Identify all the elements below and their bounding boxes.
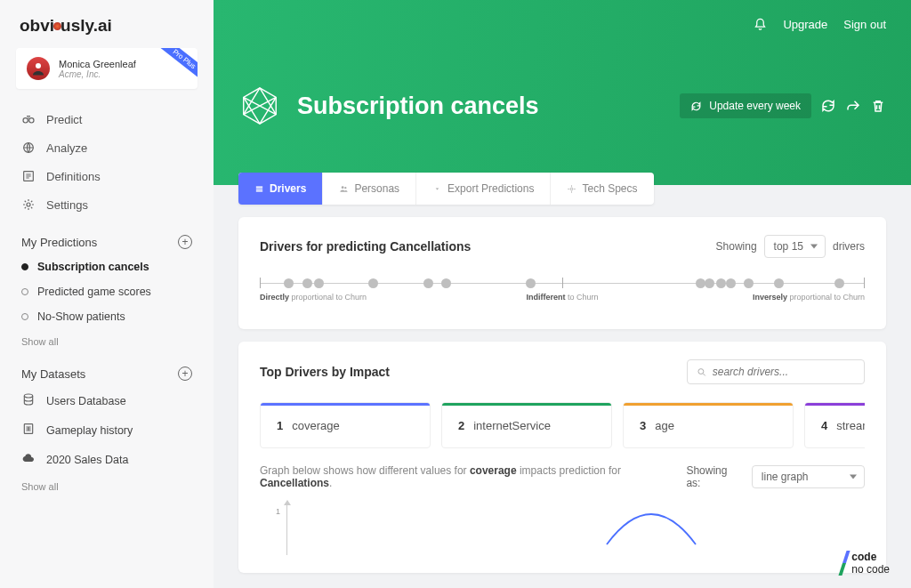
nav-label: Predict: [46, 113, 82, 126]
trash-icon[interactable]: [870, 98, 886, 114]
show-all-predictions[interactable]: Show all: [0, 329, 214, 354]
svg-point-2: [29, 118, 34, 123]
hexagon-icon: [238, 85, 281, 127]
driver-card[interactable]: 4stream: [804, 402, 865, 448]
pred-label: No-Show patients: [37, 310, 125, 323]
refresh-icon[interactable]: [820, 98, 836, 114]
driver-dot[interactable]: [726, 278, 736, 288]
driver-dot[interactable]: [744, 278, 754, 288]
ds-label: Users Database: [46, 395, 126, 407]
page-title: Subscription cancels: [297, 93, 539, 120]
pred-label: Subscription cancels: [37, 261, 149, 273]
page-header: Upgrade Sign out Subscription cancels Up…: [214, 0, 911, 185]
tab-drivers[interactable]: Drivers: [238, 173, 323, 205]
driver-dot[interactable]: [705, 278, 714, 288]
svg-point-12: [698, 368, 704, 374]
driver-dot[interactable]: [368, 278, 378, 288]
driver-card[interactable]: 3age: [623, 402, 794, 448]
graph-type-select[interactable]: line graph: [752, 465, 865, 488]
top-drivers-card: Top Drivers by Impact 1coverage2internet…: [238, 342, 886, 573]
driver-dot[interactable]: [774, 278, 784, 288]
tab-techspecs[interactable]: Tech Specs: [551, 173, 653, 205]
nav-label: Analyze: [46, 141, 87, 155]
driver-dot[interactable]: [284, 278, 294, 288]
bullet-icon: [21, 313, 28, 320]
driver-card[interactable]: 1coverage: [260, 402, 431, 448]
driver-dot[interactable]: [716, 278, 726, 288]
user-name: Monica Greenleaf: [59, 59, 136, 69]
driver-dot[interactable]: [302, 278, 312, 288]
search-icon: [697, 366, 707, 378]
driver-dot[interactable]: [834, 278, 844, 288]
people-icon: [339, 184, 349, 194]
nav-predict[interactable]: Predict: [0, 105, 214, 133]
dataset-gameplay[interactable]: Gameplay history: [0, 415, 214, 445]
top-drivers-row: 1coverage2internetService3age4stream: [260, 402, 865, 448]
predictions-header: My Predictions +: [0, 222, 214, 254]
plan-badge: Pro Plus: [150, 48, 198, 87]
nav-definitions[interactable]: Definitions: [0, 162, 214, 190]
driver-card[interactable]: 2internetService: [441, 402, 612, 448]
footer-logo: code no code: [842, 551, 890, 576]
dataset-users[interactable]: Users Database: [0, 386, 214, 415]
ds-label: Gameplay history: [46, 424, 133, 437]
add-dataset-button[interactable]: +: [178, 366, 192, 381]
svg-point-5: [27, 203, 30, 206]
brand-logo: obviusly.ai: [0, 16, 214, 48]
ds-label: 2020 Sales Data: [46, 454, 128, 466]
graph-type-control: Showing as: line graph: [686, 464, 865, 489]
svg-point-9: [342, 186, 344, 189]
nav-label: Definitions: [46, 170, 101, 183]
spreadsheet-icon: [21, 422, 36, 439]
refresh-icon: [690, 101, 702, 112]
upgrade-link[interactable]: Upgrade: [783, 18, 827, 31]
driver-dot[interactable]: [441, 278, 451, 288]
add-prediction-button[interactable]: +: [178, 235, 192, 249]
svg-point-11: [571, 188, 574, 190]
share-icon[interactable]: [845, 98, 861, 114]
nav-settings[interactable]: Settings: [0, 190, 214, 219]
sliders-icon: [254, 184, 264, 194]
list-icon: [21, 169, 36, 183]
sidebar: obviusly.ai Monica Greenleaf Acme, Inc. …: [0, 0, 214, 588]
top-n-select[interactable]: top 15: [764, 235, 826, 258]
pred-label: Predicted game scores: [37, 286, 151, 298]
driver-dot[interactable]: [423, 278, 433, 288]
svg-point-1: [23, 118, 28, 123]
user-card[interactable]: Monica Greenleaf Acme, Inc. Pro Plus: [16, 48, 198, 89]
graph-area: 1: [260, 502, 865, 555]
graph-description: Graph below shows how different values f…: [260, 464, 686, 489]
binoculars-icon: [21, 112, 36, 126]
line-graph-curve: [598, 502, 705, 546]
avatar: [27, 57, 50, 80]
driver-dot[interactable]: [526, 278, 536, 288]
svg-point-6: [24, 394, 32, 398]
tab-export[interactable]: Export Predictions: [416, 173, 551, 205]
driver-dot[interactable]: [314, 278, 324, 288]
globe-icon: [21, 141, 36, 155]
sidebar-item-subscription-cancels[interactable]: Subscription cancels: [0, 254, 214, 279]
search-input[interactable]: [713, 366, 855, 378]
show-all-datasets[interactable]: Show all: [0, 474, 214, 499]
tab-personas[interactable]: Personas: [323, 173, 416, 205]
dataset-sales[interactable]: 2020 Sales Data: [0, 445, 214, 474]
search-drivers[interactable]: [687, 359, 865, 384]
database-icon: [21, 392, 36, 409]
nav-label: Settings: [46, 198, 88, 212]
nav-analyze[interactable]: Analyze: [0, 133, 214, 162]
gear-icon: [567, 184, 576, 194]
driver-scale: Directly proportional to Churn Indiffere…: [260, 276, 865, 311]
download-icon: [432, 184, 442, 194]
svg-point-10: [345, 186, 347, 188]
sidebar-item-game-scores[interactable]: Predicted game scores: [0, 279, 214, 304]
showing-control: Showing top 15 drivers: [716, 235, 865, 258]
card-title: Drivers for predicting Cancellations: [260, 239, 471, 254]
sidebar-item-noshow[interactable]: No-Show patients: [0, 304, 214, 329]
cloud-icon: [21, 451, 36, 468]
gear-icon: [21, 197, 36, 212]
driver-dot[interactable]: [696, 278, 705, 288]
card-title: Top Drivers by Impact: [260, 365, 390, 379]
signout-link[interactable]: Sign out: [843, 18, 886, 31]
bell-icon[interactable]: [754, 18, 767, 31]
update-button[interactable]: Update every week: [680, 93, 811, 118]
